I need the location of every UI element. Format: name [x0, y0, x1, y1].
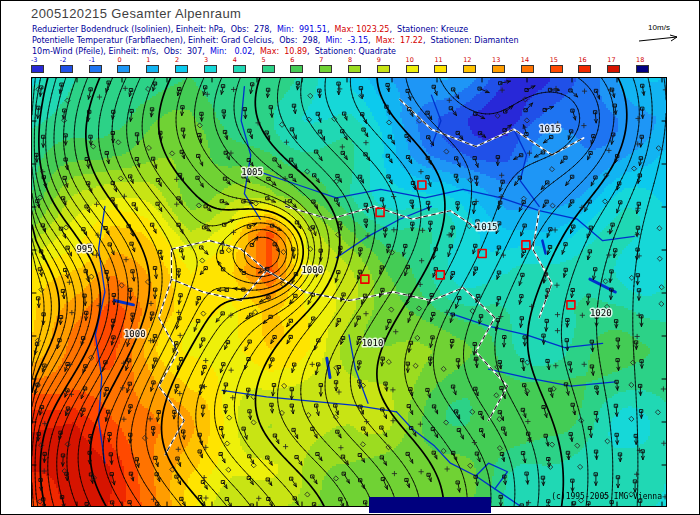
legend-block: Reduzierter Bodendruck (Isolinien), Einh…	[32, 24, 518, 57]
legend-segment: Min: 991.51	[277, 25, 327, 34]
scale-step: 12	[463, 57, 492, 76]
scale-step: 3	[204, 57, 233, 76]
legend-line: Reduzierter Bodendruck (Isolinien), Einh…	[32, 24, 518, 35]
scale-step-label: 4	[233, 57, 237, 64]
scale-step-swatch	[521, 65, 534, 73]
scale-step-swatch	[117, 65, 130, 73]
legend-segment: 10m-Wind (Pfeile), Einheit: m/s, Obs: 30…	[32, 47, 210, 56]
scale-step-swatch	[319, 65, 332, 73]
scale-step-swatch	[204, 65, 217, 73]
scale-step: 14	[521, 57, 550, 76]
scale-step-label: 6	[290, 57, 294, 64]
legend-segment: ,	[327, 25, 335, 34]
scale-step: 10	[406, 57, 435, 76]
legend-segment: Min: -3.15	[325, 36, 368, 45]
scale-step-label: 5	[262, 57, 266, 64]
scale-step-swatch	[377, 65, 390, 73]
scale-step-swatch	[578, 65, 591, 73]
legend-segment: Reduzierter Bodendruck (Isolinien), Einh…	[32, 25, 277, 34]
scale-step-swatch	[406, 65, 419, 73]
scale-step-swatch	[434, 65, 447, 73]
scale-step: 5	[262, 57, 291, 76]
temperature-color-scale: -3-2-10123456789101112131415161718	[31, 57, 665, 76]
scale-step-swatch	[607, 65, 620, 73]
legend-segment: , Stationen: Quadrate	[307, 47, 396, 56]
vera-analysis-page: 2005120215 Gesamter Alpenraum Reduzierte…	[0, 0, 700, 515]
scale-step-label: -3	[31, 57, 37, 64]
wind-scale-label: 10m/s	[648, 23, 670, 32]
scale-step-swatch	[463, 65, 476, 73]
scale-step-label: 13	[492, 57, 500, 64]
scale-step: 16	[578, 57, 607, 76]
scale-step: 4	[233, 57, 262, 76]
scale-step: -1	[89, 57, 118, 76]
scale-step: 2	[175, 57, 204, 76]
legend-segment: , Stationen: Diamanten	[423, 36, 518, 45]
scale-step-label: 2	[175, 57, 179, 64]
scale-step-swatch	[175, 65, 188, 73]
scale-step-label: 1	[146, 57, 150, 64]
scale-step: 15	[550, 57, 579, 76]
legend-segment: Max: 1023.25	[335, 25, 390, 34]
legend-segment: ,	[368, 36, 376, 45]
legend-line: 10m-Wind (Pfeile), Einheit: m/s, Obs: 30…	[32, 46, 518, 57]
map-area[interactable]: (c)1995-2005 IMG-Vienna	[31, 77, 667, 507]
legend-segment: Potentielle Temperatur (Farbflaechen), E…	[32, 36, 325, 45]
scale-step-label: 12	[463, 57, 471, 64]
wind-scale-arrow-icon	[637, 32, 681, 44]
scale-step-label: 9	[377, 57, 381, 64]
scale-step: -2	[60, 57, 89, 76]
scale-step: 17	[607, 57, 636, 76]
scale-step-swatch	[60, 65, 73, 73]
scale-step-label: -1	[89, 57, 95, 64]
scale-step-label: 11	[434, 57, 442, 64]
scale-step: 1	[146, 57, 175, 76]
scale-step: 13	[492, 57, 521, 76]
scale-step-label: -2	[60, 57, 66, 64]
scale-step: 7	[319, 57, 348, 76]
weather-field-canvas[interactable]	[32, 78, 666, 506]
scale-step-swatch	[31, 65, 44, 73]
scale-step-label: 10	[406, 57, 414, 64]
scale-step: 0	[117, 57, 146, 76]
legend-segment: ,	[252, 47, 260, 56]
scale-step-label: 14	[521, 57, 529, 64]
scale-step: 18	[636, 57, 665, 76]
bottom-navy-bar	[369, 497, 491, 513]
page-title: 2005120215 Gesamter Alpenraum	[31, 6, 241, 21]
scale-step-label: 3	[204, 57, 208, 64]
scale-step-label: 16	[578, 57, 586, 64]
scale-step-label: 8	[348, 57, 352, 64]
scale-step-swatch	[636, 65, 649, 73]
scale-step-label: 18	[636, 57, 644, 64]
legend-segment: , Stationen: Kreuze	[389, 25, 468, 34]
scale-step-swatch	[146, 65, 159, 73]
legend-line: Potentielle Temperatur (Farbflaechen), E…	[32, 35, 518, 46]
scale-step: 9	[377, 57, 406, 76]
scale-step-label: 15	[550, 57, 558, 64]
scale-step: -3	[31, 57, 60, 76]
legend-segment: Max: 17.22	[376, 36, 423, 45]
wind-scale-reference: 10m/s	[633, 23, 685, 44]
copyright-label: (c)1995-2005 IMG-Vienna	[551, 492, 662, 501]
legend-segment: Min: 0.02	[210, 47, 252, 56]
scale-step-swatch	[233, 65, 246, 73]
scale-step: 6	[290, 57, 319, 76]
scale-step-swatch	[262, 65, 275, 73]
scale-step-swatch	[550, 65, 563, 73]
scale-step: 11	[434, 57, 463, 76]
legend-segment: Max: 10.89	[260, 47, 307, 56]
scale-step: 8	[348, 57, 377, 76]
scale-step-swatch	[348, 65, 361, 73]
scale-step-label: 17	[607, 57, 615, 64]
scale-step-label: 0	[117, 57, 121, 64]
scale-step-swatch	[89, 65, 102, 73]
scale-step-label: 7	[319, 57, 323, 64]
scale-step-swatch	[290, 65, 303, 73]
scale-step-swatch	[492, 65, 505, 73]
